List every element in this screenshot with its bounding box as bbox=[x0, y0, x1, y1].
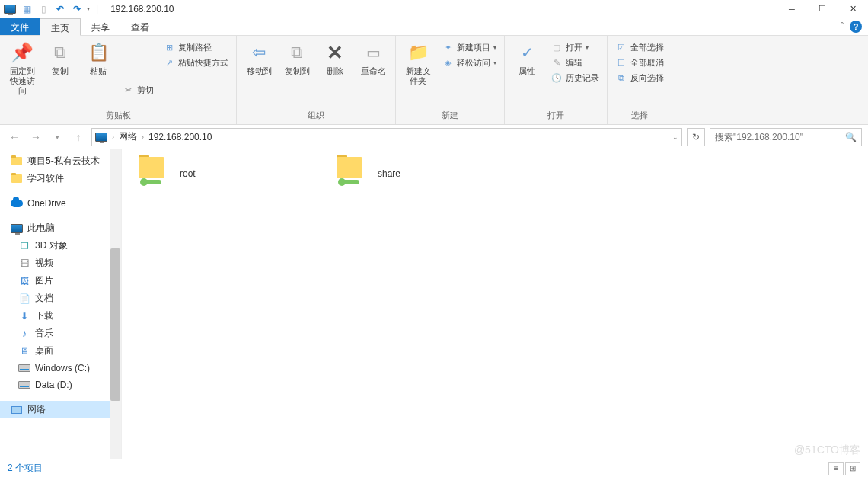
tree-node[interactable]: 🎞视频 bbox=[0, 255, 121, 272]
sidebar-scrollbar[interactable] bbox=[110, 149, 121, 459]
tree-node[interactable]: 🖥桌面 bbox=[0, 342, 121, 360]
close-button[interactable]: ✕ bbox=[838, 1, 868, 18]
recent-locations-button[interactable]: ▾ bbox=[49, 129, 65, 146]
qat-item[interactable]: ▯ bbox=[37, 2, 50, 16]
cut-button[interactable]: ✂ 剪切 bbox=[120, 83, 155, 97]
select-all-icon: ☑ bbox=[615, 41, 627, 53]
window-controls: ─ ☐ ✕ bbox=[777, 1, 868, 18]
tree-node[interactable]: 🖼图片 bbox=[0, 272, 121, 290]
paste-button[interactable]: 📋 粘贴 bbox=[81, 39, 116, 78]
tab-view[interactable]: 查看 bbox=[120, 18, 160, 35]
tree-node[interactable]: ♪音乐 bbox=[0, 325, 121, 342]
content-pane[interactable]: rootshare bbox=[122, 149, 868, 459]
shortcut-icon: ↗ bbox=[163, 56, 175, 69]
new-item-button[interactable]: ✦ 新建项目▾ bbox=[440, 40, 498, 54]
ribbon-group-organize: ⇦ 移动到 ⧉ 复制到 ✕ 删除 ▭ 重命名 组织 bbox=[237, 36, 396, 124]
history-button[interactable]: 🕓 历史记录 bbox=[549, 71, 601, 85]
rename-button[interactable]: ▭ 重命名 bbox=[356, 39, 391, 78]
tree-node[interactable]: OneDrive bbox=[0, 195, 121, 212]
search-input[interactable] bbox=[715, 132, 837, 142]
copy-icon: ⧉ bbox=[48, 40, 72, 65]
quick-access-toolbar: ▦ ▯ ↶ ↷ ▾ | bbox=[0, 2, 104, 16]
tree-node[interactable]: Windows (C:) bbox=[0, 360, 121, 376]
ribbon-group-open: ✓ 属性 ▢ 打开▾ ✎ 编辑 🕓 历史记录 打开 bbox=[505, 36, 608, 124]
tree-node[interactable]: ❒3D 对象 bbox=[0, 237, 121, 255]
new-folder-button[interactable]: 📁 新建文件夹 bbox=[400, 39, 436, 88]
help-icon[interactable]: ? bbox=[850, 21, 862, 33]
scrollbar-thumb[interactable] bbox=[110, 248, 120, 401]
undo-icon[interactable]: ↶ bbox=[53, 2, 67, 16]
shared-folder-icon bbox=[137, 157, 171, 190]
tree-node-label: Data (D:) bbox=[35, 379, 72, 390]
refresh-button[interactable]: ↻ bbox=[687, 128, 705, 146]
tab-share[interactable]: 共享 bbox=[81, 18, 120, 35]
chevron-right-icon[interactable]: › bbox=[142, 133, 144, 141]
group-label: 剪贴板 bbox=[5, 108, 231, 123]
edit-button[interactable]: ✎ 编辑 bbox=[549, 56, 601, 69]
back-button[interactable]: ← bbox=[6, 129, 23, 146]
open-icon: ▢ bbox=[550, 41, 563, 53]
path-icon: ⊞ bbox=[163, 41, 175, 53]
tree-node-icon: 🎞 bbox=[18, 258, 30, 270]
qat-dropdown[interactable]: ▾ bbox=[87, 5, 90, 12]
delete-icon: ✕ bbox=[323, 40, 347, 65]
tree-node[interactable]: ⬇下载 bbox=[0, 307, 121, 325]
address-dropdown[interactable]: ⌄ bbox=[672, 133, 678, 141]
search-box[interactable]: 🔍 bbox=[710, 128, 862, 146]
open-button[interactable]: ▢ 打开▾ bbox=[549, 40, 601, 54]
properties-button[interactable]: ✓ 属性 bbox=[509, 39, 544, 78]
tree-node[interactable]: 学习软件 bbox=[0, 170, 121, 187]
folder-name: root bbox=[180, 168, 196, 179]
easy-access-button[interactable]: ◈ 轻松访问▾ bbox=[440, 56, 498, 69]
tree-node[interactable]: 📄文档 bbox=[0, 290, 121, 307]
forward-button[interactable]: → bbox=[27, 129, 44, 146]
qat-item[interactable]: ▦ bbox=[20, 2, 34, 16]
invert-icon: ⧉ bbox=[615, 72, 627, 84]
tree-node[interactable]: 项目5-私有云技术 bbox=[0, 152, 121, 170]
details-view-button[interactable]: ≡ bbox=[828, 462, 844, 475]
ribbon-group-new: 📁 新建文件夹 ✦ 新建项目▾ ◈ 轻松访问▾ 新建 bbox=[396, 36, 505, 124]
folder-item[interactable]: share bbox=[335, 157, 487, 190]
tree-node-label: 视频 bbox=[35, 257, 53, 270]
status-bar: 2 个项目 ≡ ⊞ bbox=[0, 459, 868, 477]
copy-button[interactable]: ⧉ 复制 bbox=[43, 39, 78, 78]
tree-node-label: 桌面 bbox=[35, 344, 53, 357]
pin-to-quick-access-button[interactable]: 📌 固定到快速访问 bbox=[5, 39, 40, 98]
collapse-ribbon-icon[interactable]: ˆ bbox=[841, 21, 844, 32]
maximize-button[interactable]: ☐ bbox=[807, 1, 838, 18]
title-bar: ▦ ▯ ↶ ↷ ▾ | 192.168.200.10 ─ ☐ ✕ bbox=[0, 0, 868, 18]
select-all-button[interactable]: ☑ 全部选择 bbox=[614, 40, 665, 54]
paste-shortcut-button[interactable]: ↗ 粘贴快捷方式 bbox=[161, 56, 230, 69]
breadcrumb-segment[interactable]: 192.168.200.10 bbox=[148, 132, 212, 142]
tree-node-label: 3D 对象 bbox=[35, 239, 68, 252]
redo-icon[interactable]: ↷ bbox=[70, 2, 84, 16]
ribbon: 📌 固定到快速访问 ⧉ 复制 📋 粘贴 ✂ 剪切 ⊞ 复制路径 bbox=[0, 36, 868, 125]
location-icon bbox=[95, 133, 107, 142]
tree-node-icon: ♪ bbox=[18, 328, 30, 340]
tree-node-icon: 📄 bbox=[18, 293, 30, 305]
tree-node[interactable]: 网络 bbox=[0, 401, 121, 418]
minimize-button[interactable]: ─ bbox=[777, 1, 807, 18]
tree-node[interactable]: Data (D:) bbox=[0, 376, 121, 393]
tab-home[interactable]: 主页 bbox=[40, 18, 81, 36]
tree-node-icon bbox=[11, 197, 23, 210]
rename-icon: ▭ bbox=[361, 40, 385, 65]
icons-view-button[interactable]: ⊞ bbox=[845, 462, 860, 475]
select-none-button[interactable]: ☐ 全部取消 bbox=[614, 56, 665, 69]
move-to-button[interactable]: ⇦ 移动到 bbox=[241, 39, 276, 78]
paste-icon: 📋 bbox=[86, 40, 110, 65]
copy-path-button[interactable]: ⊞ 复制路径 bbox=[161, 40, 230, 54]
tree-node[interactable]: 此电脑 bbox=[0, 219, 121, 237]
delete-button[interactable]: ✕ 删除 bbox=[318, 39, 353, 78]
chevron-right-icon[interactable]: › bbox=[112, 133, 114, 141]
tree-node-icon bbox=[11, 173, 23, 185]
ribbon-tabs: 文件 主页 共享 查看 ˆ ? bbox=[0, 18, 868, 36]
tab-file[interactable]: 文件 bbox=[0, 18, 40, 35]
invert-selection-button[interactable]: ⧉ 反向选择 bbox=[614, 71, 665, 85]
folder-item[interactable]: root bbox=[137, 157, 289, 190]
search-icon[interactable]: 🔍 bbox=[845, 132, 857, 142]
up-button[interactable]: ↑ bbox=[70, 129, 87, 146]
breadcrumb-segment[interactable]: 网络 bbox=[119, 130, 137, 143]
copy-to-button[interactable]: ⧉ 复制到 bbox=[279, 39, 314, 78]
address-bar[interactable]: › 网络 › 192.168.200.10 ⌄ bbox=[91, 128, 682, 146]
